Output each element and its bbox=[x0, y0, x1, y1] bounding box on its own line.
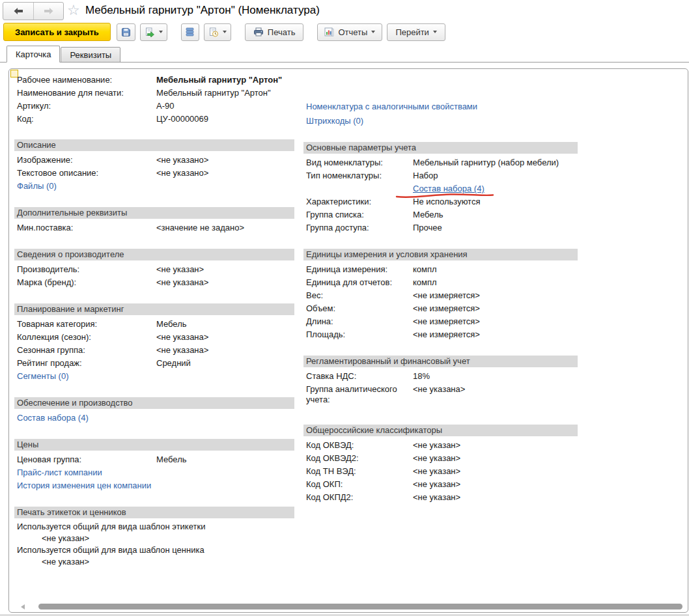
length-value[interactable]: <не измеряется> bbox=[413, 315, 578, 328]
barcodes-link[interactable]: Штрихкоды (0) bbox=[306, 116, 363, 126]
field-row: Состав набора (4) bbox=[303, 182, 578, 195]
season-group-value[interactable]: <не указана> bbox=[156, 344, 294, 357]
field-row: Единица измерения: компл bbox=[303, 263, 578, 276]
set-contents-link[interactable]: Состав набора (4) bbox=[17, 413, 89, 423]
bar-chart-icon bbox=[324, 27, 334, 36]
price-tag-template-value[interactable]: <не указан> bbox=[14, 556, 294, 568]
structure-button[interactable] bbox=[181, 23, 199, 41]
field-row: Производитель: <не указан> bbox=[14, 263, 294, 276]
save-button[interactable] bbox=[117, 23, 135, 41]
reports-button[interactable]: Отчеты bbox=[317, 23, 382, 41]
okved2-code-value[interactable]: <не указан> bbox=[413, 452, 578, 465]
area-value[interactable]: <не измеряется> bbox=[413, 328, 578, 341]
collection-value[interactable]: <не указана> bbox=[156, 331, 294, 344]
field-label: Марка (бренд): bbox=[14, 276, 156, 289]
list-group-value[interactable]: Мебель bbox=[413, 208, 578, 221]
field-label: Код ОКВЭД2: bbox=[303, 452, 413, 465]
section-header: Общероссийские классификаторы bbox=[303, 425, 578, 436]
goto-button[interactable]: Перейти bbox=[387, 23, 445, 41]
section-units-storage: Единицы измерения и условия хранения Еди… bbox=[303, 249, 578, 341]
manufacturer-value[interactable]: <не указан> bbox=[156, 263, 294, 276]
set-contents-link[interactable]: Состав набора (4) bbox=[413, 184, 485, 193]
field-label: Объем: bbox=[303, 302, 413, 315]
goto-button-label: Перейти bbox=[395, 27, 429, 37]
sales-rating-value[interactable]: Средний bbox=[156, 357, 294, 370]
working-name-value[interactable]: Мебельный гарнитур "Артон" bbox=[156, 74, 294, 87]
text-description-value[interactable]: <не указано> bbox=[156, 167, 294, 180]
field-label: Вес: bbox=[303, 289, 413, 302]
access-group-value[interactable]: Прочее bbox=[413, 221, 578, 234]
weight-value[interactable]: <не измеряется> bbox=[413, 289, 578, 302]
nomenclature-kind-value[interactable]: Мебельный гарнитур (набор мебели) bbox=[413, 156, 578, 169]
field-row: Вид номенклатуры: Мебельный гарнитур (на… bbox=[303, 156, 578, 169]
print-name-value[interactable]: Мебельный гарнитур "Артон" bbox=[156, 87, 294, 100]
field-row: Рейтинг продаж: Средний bbox=[14, 357, 294, 370]
section-header: Сведения о производителе bbox=[14, 249, 294, 260]
section-classifiers: Общероссийские классификаторы Код ОКВЭД:… bbox=[303, 425, 578, 504]
field-row: Код ТН ВЭД: <не указан> bbox=[303, 465, 578, 478]
field-label: Код ТН ВЭД: bbox=[303, 465, 413, 478]
field-row: Код ОКПД2: <не указан> bbox=[303, 491, 578, 504]
section-manufacturer: Сведения о производителе Производитель: … bbox=[14, 249, 294, 289]
brand-value[interactable]: <не указана> bbox=[156, 276, 294, 289]
field-row: Марка (бренд): <не указана> bbox=[14, 276, 294, 289]
field-label: Текстовое описание: bbox=[14, 167, 156, 180]
nav-back-button[interactable] bbox=[3, 3, 33, 20]
field-label: Мин.поставка: bbox=[14, 221, 156, 234]
report-unit-value[interactable]: компл bbox=[413, 276, 578, 289]
field-label: Тип номенклатуры: bbox=[303, 169, 413, 182]
change-history-button[interactable] bbox=[204, 23, 231, 41]
section-header: Единицы измерения и условия хранения bbox=[303, 249, 578, 260]
field-row: Код ОКВЭД2: <не указан> bbox=[303, 452, 578, 465]
okpd2-code-value[interactable]: <не указан> bbox=[413, 491, 578, 504]
volume-value[interactable]: <не измеряется> bbox=[413, 302, 578, 315]
scroll-left-icon[interactable] bbox=[21, 604, 25, 609]
field-label: Наименование для печати: bbox=[14, 87, 156, 100]
label-template-value[interactable]: <не указан> bbox=[14, 533, 294, 544]
field-row: Сезонная группа: <не указана> bbox=[14, 344, 294, 357]
print-button[interactable]: Печать bbox=[245, 23, 304, 41]
field-label: Код: bbox=[14, 113, 156, 126]
scrollbar-thumb[interactable] bbox=[38, 604, 682, 609]
nomenclature-type-value[interactable]: Набор bbox=[413, 169, 578, 182]
similar-nomenclature-link[interactable]: Номенклатура с аналогичными свойствами bbox=[306, 102, 477, 111]
section-header: Описание bbox=[14, 139, 294, 151]
tab-card[interactable]: Карточка bbox=[7, 46, 60, 63]
image-value[interactable]: <не указано> bbox=[156, 154, 294, 167]
tnved-code-value[interactable]: <не указан> bbox=[413, 465, 578, 478]
analytics-group-value[interactable]: <не указана> bbox=[413, 384, 578, 405]
favorite-star-icon[interactable]: ☆ bbox=[67, 1, 80, 20]
code-value[interactable]: ЦУ-00000069 bbox=[156, 113, 294, 126]
files-link[interactable]: Файлы (0) bbox=[17, 181, 57, 191]
toolbar: Записать и закрыть bbox=[3, 22, 450, 42]
tab-requisites[interactable]: Реквизиты bbox=[61, 47, 120, 63]
price-group-value[interactable]: Мебель bbox=[156, 453, 294, 466]
vat-rate-value[interactable]: 18% bbox=[413, 370, 578, 383]
printer-icon bbox=[253, 27, 264, 36]
okved-code-value[interactable]: <не указан> bbox=[413, 439, 578, 452]
list-icon bbox=[186, 27, 194, 36]
save-close-button[interactable]: Записать и закрыть bbox=[3, 23, 111, 41]
price-history-link[interactable]: История изменения цен компании bbox=[17, 481, 151, 490]
arrow-right-icon bbox=[44, 7, 54, 15]
nav-forward-button[interactable] bbox=[33, 3, 63, 20]
price-list-link[interactable]: Прайс-лист компании bbox=[17, 468, 102, 477]
post-document-button[interactable] bbox=[140, 23, 167, 41]
section-regulated-accounting: Регламентированный и финансовый учет Ста… bbox=[303, 356, 578, 405]
field-row: Артикул: А-90 bbox=[14, 100, 294, 113]
article-value[interactable]: А-90 bbox=[156, 100, 294, 113]
field-row: Длина: <не измеряется> bbox=[303, 315, 578, 328]
section-header: Дополнительные реквизиты bbox=[14, 207, 294, 219]
window: ☆ Мебельный гарнитур "Артон" (Номенклату… bbox=[0, 0, 689, 616]
okp-code-value[interactable]: <не указан> bbox=[413, 478, 578, 491]
horizontal-scrollbar[interactable] bbox=[21, 604, 682, 610]
field-row: Единица для отчетов: компл bbox=[303, 276, 578, 289]
section-header: Основные параметры учета bbox=[303, 142, 578, 154]
nav-group bbox=[3, 2, 64, 20]
min-supply-value[interactable]: <значение не задано> bbox=[156, 221, 294, 234]
unit-value[interactable]: компл bbox=[413, 263, 578, 276]
product-category-value[interactable]: Мебель bbox=[156, 318, 294, 331]
field-row: Площадь: <не измеряется> bbox=[303, 328, 578, 341]
segments-link[interactable]: Сегменты (0) bbox=[17, 371, 69, 381]
field-label: Код ОКП: bbox=[303, 478, 413, 491]
